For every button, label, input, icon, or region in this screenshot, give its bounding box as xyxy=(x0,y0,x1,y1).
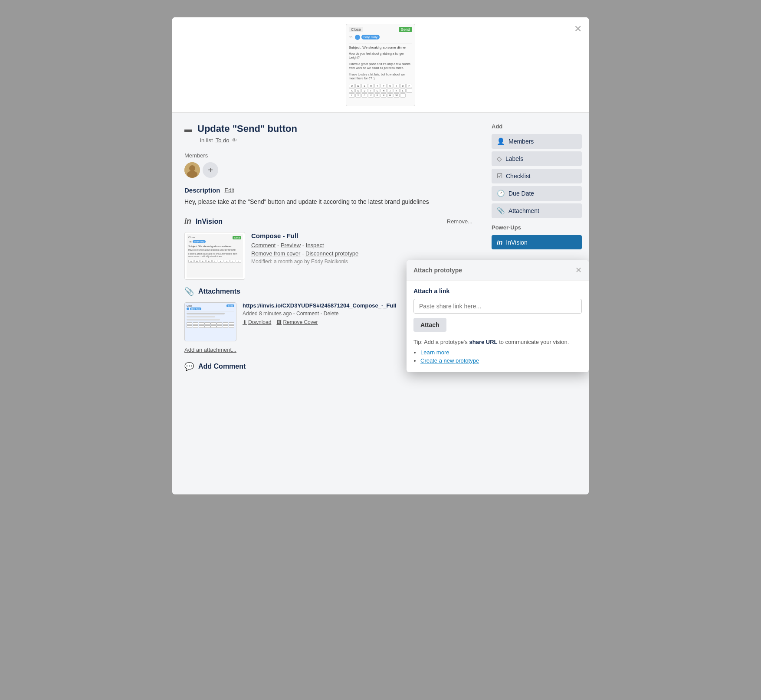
attachment-comment-link[interactable]: Comment xyxy=(296,311,319,317)
invision-remove-link[interactable]: Remove... xyxy=(447,218,472,225)
sidebar-due-date-button[interactable]: 🕐 Due Date xyxy=(492,186,582,201)
invision-btn-label: InVision xyxy=(506,239,528,246)
svg-point-2 xyxy=(187,171,197,178)
create-prototype-link[interactable]: Create a new prototype xyxy=(420,357,479,364)
popup-header: Attach prototype ✕ xyxy=(407,260,589,281)
invision-preview-link[interactable]: Preview xyxy=(281,242,301,249)
invision-comment-link[interactable]: Comment xyxy=(251,242,276,249)
sidebar-members-button[interactable]: 👤 Members xyxy=(492,134,582,149)
prototype-link-input[interactable] xyxy=(413,299,582,314)
modal-overlay: Close Send To: Billy Koly Subject: We sh… xyxy=(0,0,761,700)
invision-power-button[interactable]: in InVision xyxy=(492,235,582,249)
edit-description-link[interactable]: Edit xyxy=(225,187,234,193)
person-icon: 👤 xyxy=(497,137,505,145)
invision-remove-row: Remove from cover - Disconnect prototype xyxy=(251,250,472,257)
cover-subject: Subject: We should grab some dinner xyxy=(349,46,412,49)
invision-inspect-link[interactable]: Inspect xyxy=(306,242,324,249)
tip-links-list: Learn more Create a new prototype xyxy=(420,348,582,365)
list-name-link[interactable]: To do xyxy=(216,137,230,144)
sidebar-labels-button[interactable]: ◇ Labels xyxy=(492,151,582,166)
description-label: Description xyxy=(184,186,220,194)
disconnect-prototype-link[interactable]: Disconnect prototype xyxy=(305,250,358,257)
power-ups-title: Power-Ups xyxy=(492,224,582,231)
cover-send-label: Send xyxy=(399,27,412,32)
invision-icon: in xyxy=(184,217,191,226)
member-avatar[interactable] xyxy=(184,162,200,178)
keyboard-mock: Q W E R T Y U I O P A S D F G H J xyxy=(349,84,412,98)
sidebar-attachment-button[interactable]: 📎 Attachment xyxy=(492,203,582,218)
invision-logo: in xyxy=(497,239,502,246)
close-button[interactable]: ✕ xyxy=(574,24,582,34)
cover-preview: Close Send To: Billy Koly Subject: We sh… xyxy=(346,24,415,106)
sidebar-add-title: Add xyxy=(492,123,582,130)
card-list-row: in list To do 👁 xyxy=(200,137,472,144)
cover-body: How do you feel about grabbing a burger … xyxy=(349,52,412,59)
invision-header: in InVision Remove... xyxy=(184,217,472,226)
add-comment-label: Add Comment xyxy=(198,363,246,370)
card-title: Update "Send" button xyxy=(197,123,297,134)
description-text: Hey, please take at the "Send" button an… xyxy=(184,197,472,206)
cover-image: Close Send To: Billy Koly Subject: We sh… xyxy=(172,17,589,113)
label-icon: ◇ xyxy=(497,155,502,163)
checklist-icon: ☑ xyxy=(497,172,502,180)
remove-from-cover-link[interactable]: Remove from cover xyxy=(251,250,300,257)
attach-link-label: Attach a link xyxy=(413,288,582,294)
attachment-icon: 📎 xyxy=(184,287,194,296)
cover-body2: I know a great place and it's only a few… xyxy=(349,62,412,70)
invision-thumbnail: Close Send To: Billy Koly Subject: We sh… xyxy=(184,232,245,280)
attach-prototype-popup: Attach prototype ✕ Attach a link Attach … xyxy=(407,260,589,372)
popup-tip: Tip: Add a prototype's share URL to comm… xyxy=(413,338,582,365)
add-attachment-link[interactable]: Add an attachment... xyxy=(184,347,236,353)
learn-more-link[interactable]: Learn more xyxy=(420,349,449,356)
attachments-title: Attachments xyxy=(198,288,240,295)
svg-point-1 xyxy=(189,165,195,171)
clock-icon: 🕐 xyxy=(497,190,505,197)
sidebar-checklist-button[interactable]: ☑ Checklist xyxy=(492,169,582,183)
cover-avatar xyxy=(355,35,360,40)
popup-title: Attach prototype xyxy=(413,267,462,274)
download-link[interactable]: ⬇ Download xyxy=(243,319,271,325)
invision-title: InVision xyxy=(196,218,223,226)
remove-cover-link[interactable]: 🖼 Remove Cover xyxy=(276,319,318,325)
modal: Close Send To: Billy Koly Subject: We sh… xyxy=(172,17,589,494)
members-label: Members xyxy=(184,152,472,159)
tip-link-create-prototype: Create a new prototype xyxy=(420,357,582,365)
description-header: Description Edit xyxy=(184,186,472,194)
list-prefix: in list xyxy=(200,137,213,144)
cover-name-tag: Billy Koly xyxy=(361,35,380,39)
popup-close-button[interactable]: ✕ xyxy=(575,265,582,275)
card-type-icon: ▬ xyxy=(184,125,192,134)
comment-icon: 💬 xyxy=(184,362,194,371)
cover-close-label: Close xyxy=(349,27,363,32)
image-icon: 🖼 xyxy=(276,319,282,325)
download-icon: ⬇ xyxy=(243,319,247,325)
invision-item-title: Compose - Full xyxy=(251,232,472,239)
card-title-row: ▬ Update "Send" button xyxy=(184,123,472,134)
attach-button[interactable]: Attach xyxy=(413,318,446,332)
members-row: + xyxy=(184,162,472,178)
attachment-delete-link[interactable]: Delete xyxy=(324,311,339,317)
paperclip-icon: 📎 xyxy=(497,207,505,215)
cover-body3: I have to stay a bit late, but how about… xyxy=(349,72,412,80)
cover-to-label: To: xyxy=(349,35,354,39)
popup-body: Attach a link Attach Tip: Add a prototyp… xyxy=(407,281,589,372)
invision-actions: Comment - Preview - Inspect xyxy=(251,242,472,249)
add-member-button[interactable]: + xyxy=(203,162,218,178)
tip-link-learn-more: Learn more xyxy=(420,348,582,357)
attachment-thumbnail: Close Send Billy Koly xyxy=(184,302,236,341)
watch-icon[interactable]: 👁 xyxy=(232,137,237,144)
